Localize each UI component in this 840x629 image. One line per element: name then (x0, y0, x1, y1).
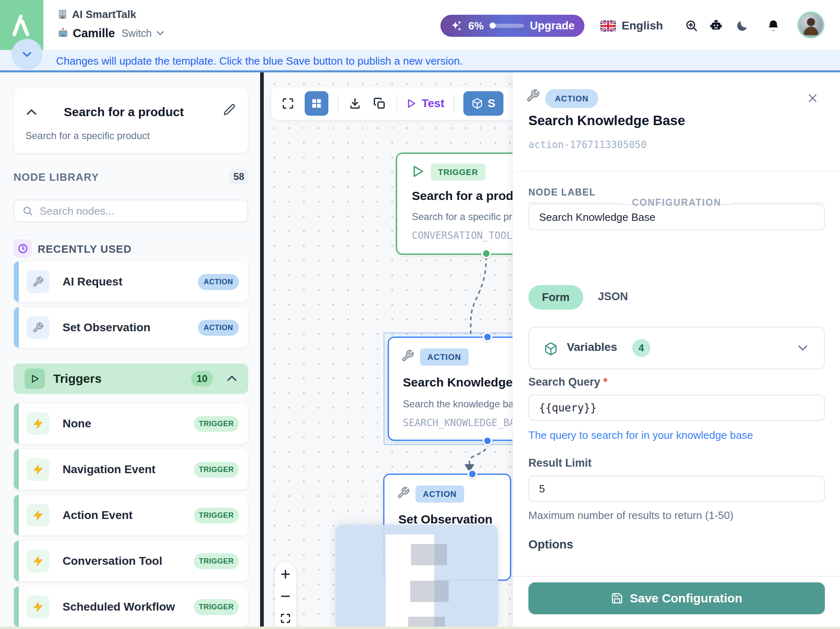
zoom-search-icon[interactable] (684, 18, 699, 34)
tab-form[interactable]: Form (528, 285, 583, 310)
trigger-item-label: Navigation Event (63, 463, 155, 476)
node-badge: TRIGGER (431, 164, 485, 181)
wrench-icon (27, 316, 49, 339)
toolbar-divider (396, 95, 397, 112)
download-icon[interactable] (347, 96, 363, 111)
trigger-item-label: Conversation Tool (63, 555, 162, 568)
wrench-icon (27, 270, 49, 293)
sidebar: Search for a product Search for a specif… (0, 72, 261, 629)
accent-bar (14, 541, 19, 581)
toolbar-divider (337, 95, 338, 112)
user-avatar[interactable] (797, 11, 824, 38)
save-icon (611, 592, 623, 604)
cube-icon (472, 98, 483, 109)
upgrade-button[interactable]: 6% Upgrade (440, 15, 584, 37)
lightning-icon (27, 458, 49, 481)
lambda-logo-icon (9, 11, 35, 39)
fullscreen-icon[interactable] (280, 96, 296, 111)
zoom-out-button[interactable] (279, 590, 292, 602)
workspace-titles: AI SmartTalk Camille Switch (57, 7, 165, 41)
search-query-input[interactable] (528, 395, 825, 421)
trigger-badge: TRIGGER (194, 553, 239, 569)
workflow-title: Search for a product (64, 105, 184, 119)
trigger-item-label: Scheduled Workflow (63, 600, 175, 613)
action-badge: ACTION (198, 320, 239, 336)
wrench-icon (401, 349, 414, 362)
variables-count-badge: 4 (632, 339, 650, 357)
zoom-in-button[interactable] (279, 568, 292, 580)
copy-icon[interactable] (372, 96, 387, 111)
search-kb-input-handle[interactable] (483, 332, 492, 342)
test-button[interactable]: Test (406, 97, 445, 110)
layout-grid-button[interactable] (305, 91, 328, 116)
configuration-heading: CONFIGURATION (632, 197, 721, 208)
inspector-panel: ACTION Search Knowledge Base action-1767… (512, 72, 840, 629)
edit-pencil-icon[interactable] (223, 103, 236, 116)
library-item-set-observation[interactable]: Set Observation ACTION (13, 307, 248, 348)
notifications-bell-icon[interactable] (766, 18, 781, 34)
variables-label: Variables (567, 341, 617, 354)
trigger-badge: TRIGGER (194, 508, 239, 523)
node-search-box[interactable] (13, 200, 248, 222)
collapse-banner-button[interactable] (11, 39, 43, 70)
language-label: English (622, 19, 663, 32)
save-configuration-label: Save Configuration (630, 591, 742, 605)
sidebar-scrollbar[interactable] (260, 72, 264, 627)
tab-json[interactable]: JSON (598, 290, 628, 303)
trigger-output-handle[interactable] (481, 249, 491, 258)
library-item-label: AI Request (63, 275, 122, 288)
result-limit-input[interactable] (528, 476, 825, 502)
trigger-item-none[interactable]: None TRIGGER (13, 403, 248, 444)
inspector-divider (513, 171, 840, 171)
save-workflow-button[interactable]: S (463, 91, 504, 116)
upgrade-label: Upgrade (530, 20, 575, 32)
fit-view-button[interactable] (279, 612, 292, 625)
dark-mode-moon-icon[interactable] (734, 18, 750, 34)
required-asterisk: * (603, 376, 608, 388)
banner-text: Changes will update the template. Click … (56, 55, 463, 67)
variables-accordion[interactable]: Variables 4 (528, 327, 825, 369)
wrench-icon (526, 89, 540, 103)
set-observation-input-handle[interactable] (467, 469, 477, 479)
save-configuration-button[interactable]: Save Configuration (528, 582, 825, 614)
trigger-item-scheduled-workflow[interactable]: Scheduled Workflow TRIGGER (13, 586, 248, 627)
accent-bar (14, 449, 19, 490)
recently-used-heading: RECENTLY USED (38, 243, 132, 256)
lightning-icon (27, 550, 49, 573)
uk-flag-icon (600, 20, 616, 31)
node-label-heading: NODE LABEL (528, 187, 596, 198)
library-item-ai-request[interactable]: AI Request ACTION (13, 261, 248, 302)
node-subtitle: Search the knowledge base (403, 398, 524, 410)
options-heading: Options (528, 538, 573, 551)
chatbot-icon[interactable] (708, 18, 724, 34)
result-limit-label: Result Limit (528, 457, 592, 470)
collapse-chevron-icon[interactable] (25, 108, 38, 117)
search-input[interactable] (40, 205, 228, 218)
close-icon[interactable] (805, 91, 820, 106)
node-title: Set Observation (398, 512, 492, 526)
trigger-badge: TRIGGER (194, 416, 239, 432)
language-selector[interactable]: English (600, 15, 663, 37)
trigger-item-label: Action Event (63, 509, 133, 522)
trigger-item-action-event[interactable]: Action Event TRIGGER (13, 494, 248, 536)
search-kb-output-handle[interactable] (483, 436, 492, 446)
toolbar-divider (454, 95, 454, 112)
cube-icon (544, 341, 558, 356)
lightning-icon (27, 504, 49, 527)
trigger-item-navigation-event[interactable]: Navigation Event TRIGGER (13, 449, 248, 490)
canvas-toolbar: Test S (271, 87, 517, 120)
sidebar-divider (0, 235, 261, 236)
agent-switch-button[interactable]: Switch (121, 27, 152, 39)
workflow-summary-card: Search for a product Search for a specif… (13, 88, 248, 153)
play-icon (25, 368, 45, 389)
chevron-down-icon (797, 344, 809, 352)
play-icon (411, 164, 424, 178)
accent-bar (14, 495, 19, 535)
trigger-item-conversation-tool[interactable]: Conversation Tool TRIGGER (13, 540, 248, 582)
chevron-down-icon[interactable] (156, 30, 165, 36)
triggers-section-header[interactable]: Triggers 10 (13, 364, 248, 394)
trigger-badge: TRIGGER (194, 599, 239, 615)
search-icon (22, 206, 33, 216)
usage-progress-bar (490, 24, 524, 28)
triggers-heading: Triggers (53, 372, 101, 386)
